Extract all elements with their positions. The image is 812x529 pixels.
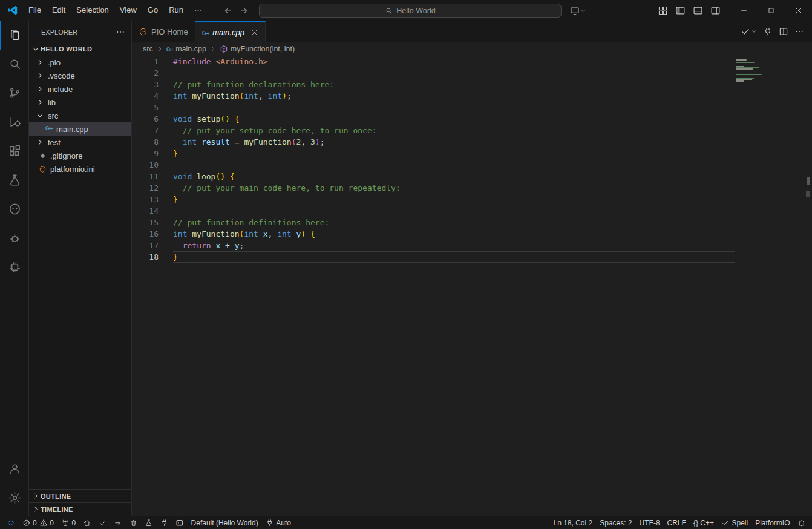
activity-extensions[interactable] <box>0 137 28 166</box>
code-line-6[interactable]: 6void setup() { <box>132 113 812 125</box>
status-eol[interactable]: CRLF <box>664 516 690 529</box>
breadcrumb-item[interactable]: C++main.cpp <box>165 45 208 53</box>
back-icon[interactable] <box>220 3 236 19</box>
line-number[interactable]: 18 <box>132 251 159 263</box>
activity-manage[interactable] <box>0 484 28 513</box>
code-line-9[interactable]: 9} <box>132 148 812 159</box>
menu-go[interactable]: Go <box>142 0 163 21</box>
panel-bottom-icon[interactable] <box>689 0 707 21</box>
close-tab-icon[interactable] <box>250 28 258 36</box>
line-number[interactable]: 9 <box>132 148 159 159</box>
status-pio-terminal[interactable] <box>172 516 188 529</box>
code-line-18[interactable]: 18} <box>132 251 812 263</box>
tree-item-.pio[interactable]: .pio <box>29 56 131 69</box>
line-number[interactable]: 3 <box>132 79 159 90</box>
menu-file[interactable]: File <box>23 0 47 21</box>
code-line-5[interactable]: 5 <box>132 102 812 113</box>
forward-icon[interactable] <box>236 3 252 19</box>
line-number[interactable]: 6 <box>132 113 159 125</box>
status-pio-home[interactable] <box>79 516 95 529</box>
activity-testing[interactable] <box>0 166 28 196</box>
breadcrumb-item[interactable]: src <box>142 45 154 53</box>
code-line-14[interactable]: 14 <box>132 205 812 217</box>
code-line-2[interactable]: 2 <box>132 67 812 79</box>
tree-item-lib[interactable]: lib <box>29 96 131 109</box>
more-actions-button[interactable] <box>791 27 807 36</box>
menu-edit[interactable]: Edit <box>47 0 71 21</box>
activity-platformio[interactable] <box>0 196 28 225</box>
layout-grid-icon[interactable] <box>654 0 672 21</box>
status-encoding[interactable]: UTF-8 <box>636 516 664 529</box>
serial-monitor-button[interactable] <box>760 27 776 36</box>
code-line-8[interactable]: 8 int result = myFunction(2, 3); <box>132 136 812 148</box>
tab-pio-home[interactable]: PIO Home <box>132 21 195 42</box>
line-number[interactable]: 7 <box>132 125 159 136</box>
section-timeline[interactable]: TIMELINE <box>29 502 131 516</box>
activity-search[interactable] <box>0 50 28 79</box>
monitor-dropdown-icon[interactable] <box>570 6 586 16</box>
code-line-17[interactable]: 17 return x + y; <box>132 240 812 251</box>
panel-right-icon[interactable] <box>707 0 724 21</box>
line-number[interactable]: 10 <box>132 159 159 171</box>
status-problems[interactable]: 00 <box>19 516 57 529</box>
status-notifications[interactable] <box>794 516 810 529</box>
menu-selection[interactable]: Selection <box>71 0 114 21</box>
code-line-12[interactable]: 12 // put your main code here, to run re… <box>132 182 812 194</box>
panel-left-icon[interactable] <box>672 0 689 21</box>
activity-source-control[interactable] <box>0 79 28 108</box>
command-center-search[interactable]: Hello World <box>259 4 562 18</box>
activity-pio-devices[interactable] <box>0 254 28 283</box>
code-line-4[interactable]: 4int myFunction(int, int); <box>132 90 812 102</box>
status-pio-build[interactable] <box>95 516 111 529</box>
code-line-3[interactable]: 3// put function declarations here: <box>132 79 812 90</box>
code-editor[interactable]: 1#include <Arduino.h>23// put function d… <box>132 56 812 516</box>
code-line-15[interactable]: 15// put function definitions here: <box>132 217 812 228</box>
tree-item-src[interactable]: src <box>29 109 131 122</box>
line-number[interactable]: 2 <box>132 67 159 79</box>
tree-item-test[interactable]: test <box>29 136 131 149</box>
tree-item-.vscode[interactable]: .vscode <box>29 69 131 82</box>
close-button[interactable] <box>785 0 812 21</box>
tree-item-.gitignore[interactable]: ◆.gitignore <box>29 149 131 162</box>
line-number[interactable]: 13 <box>132 194 159 205</box>
breadcrumb-item[interactable]: myFunction(int, int) <box>218 45 296 53</box>
code-line-16[interactable]: 16int myFunction(int x, int y) { <box>132 228 812 240</box>
overview-ruler[interactable] <box>804 56 812 516</box>
activity-run-and-debug[interactable] <box>0 108 28 137</box>
line-number[interactable]: 11 <box>132 171 159 182</box>
code-line-1[interactable]: 1#include <Arduino.h> <box>132 56 812 67</box>
tree-item-platformio.ini[interactable]: platformio.ini <box>29 162 131 176</box>
activity-accounts[interactable] <box>0 455 28 484</box>
split-editor-button[interactable] <box>776 27 791 36</box>
status-pio-port[interactable]: Auto <box>262 516 295 529</box>
maximize-button[interactable] <box>758 0 785 21</box>
status-spell-checker[interactable]: Spell <box>718 516 751 529</box>
line-number[interactable]: 1 <box>132 56 159 67</box>
status-platformio-toolbar[interactable]: PlatformIO <box>751 516 793 529</box>
tab-main.cpp[interactable]: C++main.cpp <box>195 21 266 42</box>
menu-view[interactable]: View <box>114 0 142 21</box>
status-language-mode[interactable]: {} C++ <box>690 516 718 529</box>
line-number[interactable]: 12 <box>132 182 159 194</box>
line-number[interactable]: 15 <box>132 217 159 228</box>
status-pio-clean[interactable] <box>126 516 142 529</box>
status-pio-serial-monitor[interactable] <box>157 516 172 529</box>
section-outline[interactable]: OUTLINE <box>29 489 131 502</box>
line-number[interactable]: 5 <box>132 102 159 113</box>
line-number[interactable]: 16 <box>132 228 159 240</box>
line-number[interactable]: 8 <box>132 136 159 148</box>
status-pio-test[interactable] <box>141 516 157 529</box>
code-line-11[interactable]: 11void loop() { <box>132 171 812 182</box>
run-build-task-button[interactable] <box>738 27 760 36</box>
status-cursor-position[interactable]: Ln 18, Col 2 <box>549 516 596 529</box>
minimize-button[interactable] <box>730 0 758 21</box>
views-more-icon[interactable] <box>116 27 125 37</box>
code-line-10[interactable]: 10 <box>132 159 812 171</box>
line-number[interactable]: 4 <box>132 90 159 102</box>
activity-explorer[interactable] <box>0 21 28 50</box>
status-remote[interactable] <box>3 516 19 529</box>
status-ports[interactable]: 0 <box>57 516 79 529</box>
status-indentation[interactable]: Spaces: 2 <box>596 516 635 529</box>
code-line-13[interactable]: 13} <box>132 194 812 205</box>
menu-more[interactable]: ⋯ <box>189 0 208 21</box>
